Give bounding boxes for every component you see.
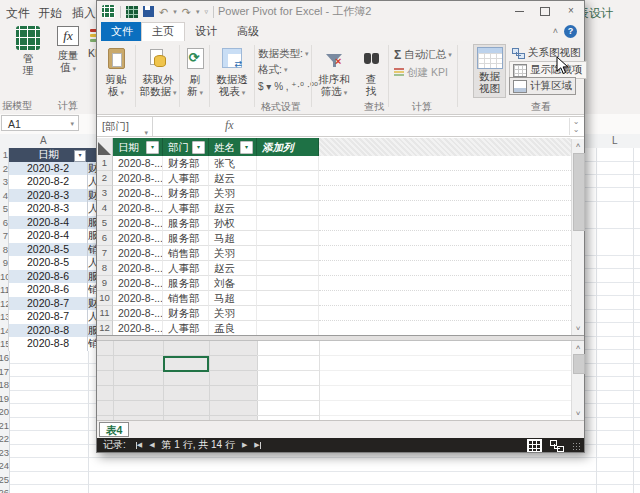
- data-type-dropdown[interactable]: 数据类型:: [258, 47, 308, 61]
- excel-date-cell[interactable]: 2020-8-3: [9, 189, 88, 203]
- excel-header-date[interactable]: 日期 ▾: [9, 148, 88, 162]
- next-record-icon[interactable]: ▶: [242, 441, 247, 449]
- empty-area-cell[interactable]: [319, 261, 571, 276]
- dept-cell[interactable]: 服务部: [163, 216, 209, 231]
- excel-dept-cell-clipped[interactable]: 人: [88, 310, 96, 324]
- empty-area-cell[interactable]: [319, 321, 571, 335]
- excel-row-number[interactable]: 2: [0, 162, 9, 176]
- excel-row-number[interactable]: 23: [0, 447, 9, 458]
- status-diagram-view-icon[interactable]: [550, 440, 564, 451]
- calc-vertical-scrollbar[interactable]: ˄ ˅: [571, 341, 584, 420]
- add-column-cell[interactable]: [257, 261, 319, 276]
- last-record-icon[interactable]: ▶: [254, 441, 260, 449]
- calculation-area-button[interactable]: 计算区域: [509, 77, 576, 95]
- excel-dept-cell-clipped[interactable]: 服: [88, 324, 96, 338]
- date-cell[interactable]: 2020-8-...: [113, 216, 163, 231]
- date-cell[interactable]: 2020-8-...: [113, 321, 163, 335]
- name-cell[interactable]: 赵云: [209, 201, 257, 216]
- excel-row-number[interactable]: 22: [0, 433, 9, 444]
- scroll-down-icon[interactable]: ˅: [572, 322, 584, 335]
- excel-dept-cell-clipped[interactable]: 人: [88, 256, 96, 270]
- excel-dept-cell-clipped[interactable]: 服: [88, 216, 96, 230]
- excel-date-cell[interactable]: 2020-8-8: [9, 324, 88, 338]
- excel-date-cell[interactable]: 2020-8-4: [9, 229, 88, 243]
- excel-table-row[interactable]: 142020-8-8服: [0, 324, 96, 338]
- previous-record-icon[interactable]: ◀: [149, 441, 154, 449]
- excel-row-number[interactable]: 17: [0, 366, 9, 377]
- selected-cell[interactable]: [163, 356, 209, 372]
- table-vertical-scrollbar[interactable]: ˄ ˅: [571, 139, 584, 335]
- add-column-cell[interactable]: [257, 186, 319, 201]
- sheet-tab-table4[interactable]: 表4: [99, 422, 129, 437]
- find-button[interactable]: 查找: [358, 45, 384, 97]
- excel-table-row[interactable]: 72020-8-4服: [0, 229, 96, 243]
- refresh-button[interactable]: 刷新: [182, 45, 208, 99]
- excel-dept-cell-clipped[interactable]: 销: [88, 337, 96, 351]
- row-number-cell[interactable]: 6: [97, 231, 113, 246]
- name-cell[interactable]: 赵云: [209, 171, 257, 186]
- excel-date-cell[interactable]: 2020-8-8: [9, 337, 88, 351]
- excel-row-number[interactable]: 8: [0, 243, 9, 257]
- excel-date-cell[interactable]: 2020-8-6: [9, 270, 88, 284]
- excel-table-row[interactable]: 22020-8-2财: [0, 162, 96, 176]
- resize-grip[interactable]: [572, 442, 580, 450]
- filter-icon[interactable]: [240, 141, 253, 154]
- excel-row-number[interactable]: 16: [0, 352, 9, 363]
- excel-row-number[interactable]: 20: [0, 406, 9, 417]
- excel-dept-cell-clipped[interactable]: 服: [88, 270, 96, 284]
- row-number-cell[interactable]: 9: [97, 276, 113, 291]
- excel-table-row[interactable]: 92020-8-5人: [0, 256, 96, 270]
- excel-row-number[interactable]: 3: [0, 175, 9, 189]
- empty-area-cell[interactable]: [319, 276, 571, 291]
- add-column-cell[interactable]: [257, 291, 319, 306]
- excel-row-number[interactable]: 11: [0, 283, 9, 297]
- clipboard-button[interactable]: 剪贴板: [99, 45, 133, 99]
- excel-date-cell[interactable]: 2020-8-3: [9, 202, 88, 216]
- manage-data-model-button[interactable]: 管理: [8, 26, 48, 76]
- name-cell[interactable]: 马超: [209, 231, 257, 246]
- excel-date-cell[interactable]: 2020-8-4: [9, 216, 88, 230]
- cell-reference-box[interactable]: [部门]: [97, 117, 153, 136]
- diagram-view-button[interactable]: 关系图视图: [509, 45, 584, 61]
- excel-dept-cell-clipped[interactable]: 财: [88, 297, 96, 311]
- powerpivot-titlebar[interactable]: ↶▾ ↷▾ ▿ Power Pivot for Excel - 工作簿2 ×: [97, 1, 584, 22]
- column-header-a[interactable]: A: [40, 135, 47, 146]
- date-cell[interactable]: 2020-8-...: [113, 306, 163, 321]
- excel-dept-cell-clipped[interactable]: 服: [88, 229, 96, 243]
- excel-dept-cell-clipped[interactable]: 销: [88, 283, 96, 297]
- excel-date-cell[interactable]: 2020-8-2: [9, 175, 88, 189]
- excel-table-row[interactable]: 122020-8-7财: [0, 297, 96, 311]
- tab-file[interactable]: 文件: [101, 22, 143, 41]
- excel-date-cell[interactable]: 2020-8-5: [9, 256, 88, 270]
- dept-cell[interactable]: 销售部: [163, 246, 209, 261]
- dept-cell[interactable]: 服务部: [163, 231, 209, 246]
- dept-cell[interactable]: 销售部: [163, 291, 209, 306]
- get-external-data-button[interactable]: 获取外部数据: [138, 45, 178, 99]
- tab-home[interactable]: 主页: [141, 22, 185, 42]
- excel-date-cell[interactable]: 2020-8-6: [9, 283, 88, 297]
- tab-design[interactable]: 设计: [185, 22, 227, 41]
- empty-area-cell[interactable]: [319, 246, 571, 261]
- excel-dept-cell-clipped[interactable]: 人: [88, 202, 96, 216]
- tab-advanced[interactable]: 高级: [227, 22, 269, 41]
- excel-row-number[interactable]: 12: [0, 297, 9, 311]
- excel-row-number[interactable]: 21: [0, 420, 9, 431]
- empty-area-cell[interactable]: [319, 216, 571, 231]
- date-cell[interactable]: 2020-8-...: [113, 261, 163, 276]
- row-number-cell[interactable]: 3: [97, 186, 113, 201]
- excel-table-row[interactable]: 112020-8-6销: [0, 283, 96, 297]
- add-column-cell[interactable]: [257, 246, 319, 261]
- excel-dept-cell-clipped[interactable]: 人: [88, 175, 96, 189]
- row-number-cell[interactable]: 7: [97, 246, 113, 261]
- formula-input[interactable]: [242, 118, 568, 135]
- add-column-header[interactable]: 添加列: [257, 138, 319, 156]
- excel-row-number[interactable]: 18: [0, 379, 9, 390]
- excel-table-row[interactable]: 102020-8-6服: [0, 270, 96, 284]
- dept-cell[interactable]: 人事部: [163, 321, 209, 335]
- date-cell[interactable]: 2020-8-...: [113, 246, 163, 261]
- row-number-cell[interactable]: 5: [97, 216, 113, 231]
- date-cell[interactable]: 2020-8-...: [113, 186, 163, 201]
- dept-cell[interactable]: 人事部: [163, 171, 209, 186]
- filter-icon[interactable]: [146, 141, 159, 154]
- add-column-cell[interactable]: [257, 306, 319, 321]
